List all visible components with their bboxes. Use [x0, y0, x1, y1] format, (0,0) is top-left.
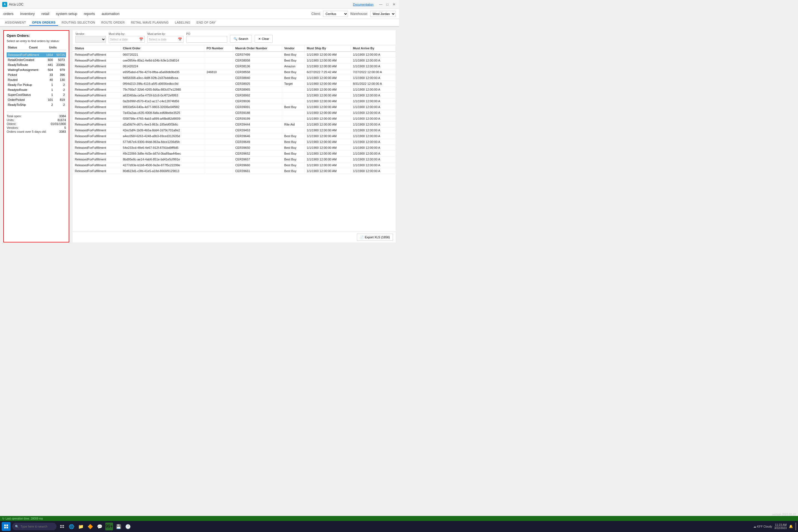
status-table-row[interactable]: OrderPicked 101 819	[7, 97, 66, 102]
cell-maersk-order: CER39188	[233, 110, 282, 116]
cell-maersk-order: CER39657	[233, 156, 282, 163]
nav-automation[interactable]: automation	[102, 12, 119, 16]
table-row[interactable]: ReleasedForFulfillment e65f5abd-d78e-427…	[73, 69, 396, 75]
left-panel-subtitle: Select an entry to find orders by status…	[7, 39, 66, 43]
cell-po-number	[204, 163, 233, 168]
table-row[interactable]: ReleasedForFulfillment f358798e-4765-4ab…	[73, 116, 396, 122]
nav-inventory[interactable]: inventory	[20, 12, 35, 16]
table-row[interactable]: ReleasedForFulfillment 80d623d1-c3fd-41e…	[73, 168, 396, 174]
table-row[interactable]: ReleasedForFulfillment 54e233cd-48e6-4e6…	[73, 145, 396, 151]
must-arrive-calendar-icon[interactable]: 📅	[178, 37, 182, 41]
cell-must-arrive: 1/1/1900 12:00:00 A	[350, 52, 395, 58]
cell-status: ReleasedForFulfillment	[73, 168, 120, 174]
nav-reports[interactable]: reports	[84, 12, 95, 16]
cell-must-ship: 1/1/1900 12:00:00 AM	[305, 58, 350, 63]
cell-must-ship: 1/1/1900 12:00:00 AM	[305, 81, 350, 87]
row-units: 819	[54, 97, 66, 102]
cell-status: ReleasedForFulfillment	[73, 156, 120, 163]
table-row[interactable]: ReleasedForFulfillment cee0954e-80a1-4e8…	[73, 58, 396, 63]
subnav-end-of-day[interactable]: END OF DAY	[194, 20, 218, 25]
cell-status: ReleasedForFulfillment	[73, 69, 120, 75]
maximize-button[interactable]: □	[385, 2, 390, 7]
cell-maersk-order: CER37499	[233, 52, 282, 58]
row-count: 504	[44, 67, 54, 72]
warehouse-select[interactable]: West Jordan	[370, 11, 396, 17]
table-row[interactable]: ReleasedForFulfillment 4277d93e-b1b8-450…	[73, 163, 396, 168]
table-row[interactable]: ReleasedForFulfillment 0f64d213-39fa-411…	[73, 81, 396, 87]
cell-status: ReleasedForFulfillment	[73, 63, 120, 69]
cell-vendor	[282, 110, 304, 116]
status-table-row[interactable]: WaitingForAssignment 504 979	[7, 67, 66, 72]
subnav-route-order[interactable]: ROUTE ORDER	[99, 20, 128, 25]
cell-client-order: 0a2b996f-d570-41e2-ac17-c4e12874fd56	[120, 98, 204, 104]
table-row[interactable]: ReleasedForFulfillment a4ec056f-6263-424…	[73, 133, 396, 139]
clear-button[interactable]: ✕ Clear	[255, 35, 273, 43]
subnav-labeling[interactable]: LABELING	[172, 20, 193, 25]
cell-must-ship: 1/1/1900 12:00:00 AM	[305, 87, 350, 93]
cell-status: ReleasedForFulfillment	[73, 133, 120, 139]
subnav-assignment[interactable]: ASSIGNMENT	[2, 20, 29, 25]
table-row[interactable]: ReleasedForFulfillment 79c760a7-32b6-426…	[73, 87, 396, 93]
cell-client-order: cee0954e-80a1-4e8d-b34b-fc9e1c5fd014	[120, 58, 204, 63]
status-table-row[interactable]: ReadyToRoute 441 23386	[7, 62, 66, 67]
table-row[interactable]: ReleasedForFulfillment 0a2b996f-d570-41e…	[73, 98, 396, 104]
table-row[interactable]: ReleasedForFulfillment 49c22066-3d8e-4d3…	[73, 151, 396, 156]
minimize-button[interactable]: —	[378, 2, 383, 7]
nav-orders[interactable]: orders	[3, 12, 14, 16]
client-select[interactable]: Cerritus	[323, 11, 348, 17]
table-row[interactable]: ReleasedForFulfillment 8bd95e8c-ae14-4ab…	[73, 156, 396, 163]
status-table-row[interactable]: Routed 40 130	[7, 77, 66, 82]
top-nav: orders inventory retail system setup rep…	[0, 9, 399, 19]
table-row[interactable]: ReleasedForFulfillment 060720221 CER3749…	[73, 52, 396, 58]
cell-maersk-order: CER39649	[233, 139, 282, 145]
row-status: SuperCoolStatus	[7, 92, 44, 97]
row-units: 130	[54, 77, 66, 82]
status-table-row[interactable]: Picked 33 396	[7, 72, 66, 77]
vendor-select[interactable]	[75, 36, 106, 43]
cell-must-ship: 1/1/1900 12:00:00 AM	[305, 151, 350, 156]
documentation-link[interactable]: Documentation	[353, 3, 374, 6]
search-button[interactable]: 🔍 Search	[230, 35, 252, 43]
must-arrive-date[interactable]: Select a date 📅	[147, 36, 184, 43]
table-row[interactable]: ReleasedForFulfillment 577d67e4-9300-44d…	[73, 139, 396, 145]
cell-must-ship: 6/27/2022 7:25:42 AM	[305, 69, 350, 75]
table-row[interactable]: ReleasedForFulfillment fd658308-a9cc-4d8…	[73, 75, 396, 81]
status-table-row[interactable]: ReleasedForFulfillment 1654 50725	[7, 52, 66, 57]
must-ship-date[interactable]: Select a date 📅	[109, 36, 145, 43]
po-input[interactable]	[186, 36, 227, 43]
cell-po-number	[204, 81, 233, 87]
table-row[interactable]: ReleasedForFulfillment 061420224 CER3813…	[73, 63, 396, 69]
status-table-row[interactable]: RetailOrderCreated 600 5073	[7, 57, 66, 62]
status-table-row[interactable]: ReadyToShip 2 2	[7, 102, 66, 107]
cell-po-number	[204, 156, 233, 163]
cell-must-arrive: 8/31/2022 12:00:00 A	[350, 81, 395, 87]
row-units: 5073	[54, 57, 66, 62]
must-ship-calendar-icon[interactable]: 📅	[139, 37, 143, 41]
filter-bar: Vendor: Must ship by: Select a date 📅 Mu…	[73, 30, 396, 45]
table-row[interactable]: ReleasedForFulfillment d2a5fd74-d67c-4ee…	[73, 122, 396, 128]
nav-system-setup[interactable]: system setup	[56, 12, 77, 16]
warehouse-label: Warehouse:	[350, 12, 368, 16]
cell-vendor: Best Buy	[282, 145, 304, 151]
cell-must-ship: 1/1/1900 12:00:00 AM	[305, 110, 350, 116]
subnav-open-orders[interactable]: OPEN ORDERS	[30, 20, 58, 26]
table-row[interactable]: ReleasedForFulfillment a63340da-ce5a-475…	[73, 93, 396, 98]
table-row[interactable]: ReleasedForFulfillment 6f833d54-640a-4d7…	[73, 104, 396, 110]
table-row[interactable]: ReleasedForFulfillment 7a43a2aa-c635-400…	[73, 110, 396, 116]
subnav-retail-wave-planning[interactable]: RETAIL WAVE PLANNING	[128, 20, 172, 25]
row-units: 2	[54, 82, 66, 87]
status-table-row[interactable]: Ready For Pickup 1 2	[7, 82, 66, 87]
cell-po-number	[204, 151, 233, 156]
cell-must-ship: 1/1/1900 12:00:00 AM	[305, 52, 350, 58]
export-button[interactable]: 📄 Export XLS (1656)	[357, 233, 393, 241]
nav-retail[interactable]: retail	[41, 12, 49, 16]
subnav-routing-selection[interactable]: ROUTING SELECTION	[59, 20, 98, 25]
row-units: 2	[54, 102, 66, 107]
summary-section: Total open: 3384 Units: 81674 Oldest: 01…	[7, 112, 66, 134]
vendors-value: 5	[64, 126, 66, 129]
status-table-row[interactable]: SuperCoolStatus 1 2	[7, 92, 66, 97]
close-button[interactable]: ✕	[391, 2, 397, 7]
status-table-row[interactable]: ReadytoRoute 1 2	[7, 87, 66, 92]
cell-client-order: 577d67e4-9300-44dd-963a-8dce1236d5fc	[120, 139, 204, 145]
table-row[interactable]: ReleasedForFulfillment 42ec5df4-1b09-4b5…	[73, 128, 396, 133]
